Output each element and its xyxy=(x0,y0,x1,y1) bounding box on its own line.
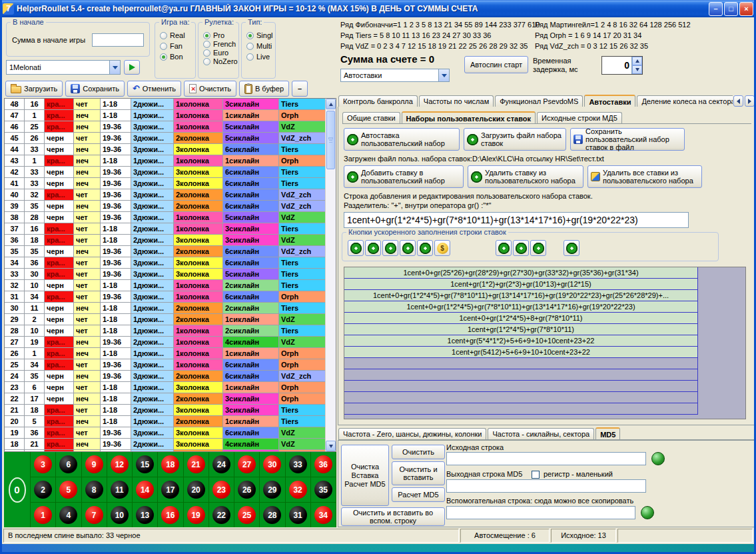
run-preset-button[interactable] xyxy=(124,60,140,75)
quick-fill-button[interactable] xyxy=(564,240,579,256)
table-row[interactable]: 2810чернчет1-181дюжи...1колонка2сиклайнT… xyxy=(5,325,326,337)
md5-source-input[interactable] xyxy=(446,452,646,465)
table-row[interactable]: 236чернчет1-181дюжи...3колонка1сиклайнOr… xyxy=(5,382,326,393)
board-cell-24[interactable]: 24 xyxy=(209,452,234,477)
board-cell-6[interactable]: 6 xyxy=(56,452,81,477)
bet-string-row[interactable]: 1cent+gr(1*2*4*5)+gr(7*8*10*11) xyxy=(344,324,697,335)
bet-string-row[interactable] xyxy=(344,369,697,381)
quick-fill-button[interactable] xyxy=(513,240,529,256)
bet-string-row[interactable]: 1cent+gr(5412)+5+6+9+10+10cent+23+22 xyxy=(344,347,697,358)
bet-string-row[interactable] xyxy=(344,358,697,369)
tab-scroll-right-button[interactable] xyxy=(745,95,755,107)
md5-aux-input[interactable] xyxy=(446,506,635,519)
quick-fill-button[interactable]: $ xyxy=(434,240,450,256)
table-row[interactable]: 3828чернчет19-363дюжи...1колонка5сиклайн… xyxy=(5,212,326,223)
autobets-select[interactable]: Автоставки xyxy=(340,69,450,82)
tab-частоты-по-числам[interactable]: Частоты по числам xyxy=(419,95,494,107)
table-row[interactable]: 261кра...неч1-181дюжи...1колонка1сиклайн… xyxy=(5,348,326,359)
table-row[interactable]: 3210чернчет1-181дюжи...1колонка2сиклайнT… xyxy=(5,280,326,291)
save-bet-file-button[interactable]: Сохранить пользовательский набор ставок … xyxy=(570,128,685,151)
board-cell-10[interactable]: 10 xyxy=(107,503,133,527)
spin-down-button[interactable] xyxy=(632,65,642,74)
md5-clear-button[interactable]: Очистить xyxy=(392,445,445,459)
delete-bet-button[interactable]: Удалить ставку из пользовательского набо… xyxy=(468,165,583,188)
board-cell-32[interactable]: 32 xyxy=(286,477,311,502)
board-cell-27[interactable]: 27 xyxy=(234,452,260,477)
table-row[interactable]: 2217черннеч1-182дюжи...2колонка3сиклайнO… xyxy=(5,393,326,405)
board-cell-22[interactable]: 22 xyxy=(209,503,234,527)
scroll-up-button[interactable] xyxy=(326,99,336,109)
md5-source-action-button[interactable] xyxy=(651,452,665,465)
board-cell-13[interactable]: 13 xyxy=(133,503,158,527)
board-cell-30[interactable]: 30 xyxy=(260,452,285,477)
quick-fill-button[interactable] xyxy=(382,240,398,256)
table-row[interactable]: 3618кра...чет1-182дюжи...3колонка3сиклай… xyxy=(5,235,326,246)
table-row[interactable]: 205кра...неч1-181дюжи...2колонка1сиклайн… xyxy=(5,416,326,427)
add-bet-button[interactable]: Добавить ставку в пользовательский набор xyxy=(344,165,464,188)
subtab-исходные-строки-мд5[interactable]: Исходные строки МД5 xyxy=(537,112,622,123)
table-row[interactable]: 4526чернчет19-363дюжи...2колонка5сиклайн… xyxy=(5,133,326,144)
bet-string-row[interactable]: 1cent+0+gr(1*2*4*5)+gr(7*8*10*11)+gr(13*… xyxy=(344,290,697,301)
game-group-option-bon[interactable]: Bon xyxy=(160,53,192,61)
quick-fill-button[interactable] xyxy=(400,240,416,256)
bet-string-row[interactable] xyxy=(344,381,697,392)
tab-контроль-банкролла[interactable]: Контроль банкролла xyxy=(338,95,418,107)
board-cell-29[interactable]: 29 xyxy=(260,477,285,502)
board-cell-11[interactable]: 11 xyxy=(107,477,133,502)
board-cell-4[interactable]: 4 xyxy=(56,503,81,527)
table-row[interactable]: 1936кра...чет19-363дюжи...3колонка6сикла… xyxy=(5,427,326,439)
toolbar-button-buffer[interactable]: В буфер xyxy=(239,81,289,97)
board-cell-12[interactable]: 12 xyxy=(107,452,133,477)
scroll-down-button[interactable] xyxy=(326,441,336,451)
table-row[interactable]: 4625кра...неч19-363дюжи...1колонка5сикла… xyxy=(5,121,326,133)
wheel-group-option-pro[interactable]: Pro xyxy=(203,31,236,39)
md5-clear-and-paste-button[interactable]: Очистить и вставить xyxy=(392,461,445,485)
board-cell-zero[interactable]: 0 xyxy=(4,452,31,527)
board-cell-5[interactable]: 5 xyxy=(56,477,81,502)
start-sum-input[interactable] xyxy=(92,33,144,47)
wheel-group-option-french[interactable]: French xyxy=(203,40,236,48)
board-cell-17[interactable]: 17 xyxy=(158,477,183,502)
game-group-option-real[interactable]: Real xyxy=(160,31,192,39)
toolbar-button-save[interactable]: Сохранить xyxy=(65,81,125,97)
table-row[interactable]: 4133черннеч19-363дюжи...3колонка6сиклайн… xyxy=(5,178,326,189)
board-cell-21[interactable]: 21 xyxy=(184,452,209,477)
tab-функционал-psevdoms[interactable]: Функционал PsevdoMS xyxy=(495,95,583,107)
board-cell-3[interactable]: 3 xyxy=(31,452,56,477)
board-cell-8[interactable]: 8 xyxy=(82,477,107,502)
bet-string-row[interactable] xyxy=(344,403,697,415)
tab-scroll-left-button[interactable] xyxy=(733,95,743,107)
board-cell-23[interactable]: 23 xyxy=(209,477,234,502)
quick-fill-button[interactable] xyxy=(348,240,364,256)
autobet-user-set-button[interactable]: Автоставка пользовательский набор xyxy=(344,128,460,151)
board-cell-16[interactable]: 16 xyxy=(158,503,183,527)
tab-деление-колеса-на-сектора[interactable]: Деление колеса на сектора xyxy=(637,95,733,107)
quick-fill-button[interactable] xyxy=(496,240,512,256)
chevron-down-icon[interactable] xyxy=(109,61,120,74)
board-cell-7[interactable]: 7 xyxy=(82,503,107,527)
table-row[interactable]: 4032кра...чет19-363дюжи...2колонка6сикла… xyxy=(5,189,326,201)
subtab-наборы-пользовательских-ставок[interactable]: Наборы пользовательских ставок xyxy=(402,111,536,124)
table-row[interactable]: 3134кра...чет19-363дюжи...1колонка6сикла… xyxy=(5,291,326,303)
subtab-общие-ставки[interactable]: Общие ставки xyxy=(342,112,400,123)
tab-частота-zero-шансы-дюжины-колонки[interactable]: Частота - Zero, шансы, дюжины, колонки xyxy=(338,428,486,439)
table-row[interactable]: 4233черннеч19-363дюжи...3колонка6сиклайн… xyxy=(5,167,326,178)
spin-up-button[interactable] xyxy=(632,57,642,65)
board-cell-33[interactable]: 33 xyxy=(286,452,311,477)
board-cell-35[interactable]: 35 xyxy=(311,477,336,502)
autospin-start-button[interactable]: Автоспин старт xyxy=(464,56,528,73)
table-row[interactable]: 3330кра...чет19-363дюжи...3колонка5сикла… xyxy=(5,269,326,280)
lowercase-checkbox[interactable] xyxy=(532,471,540,479)
table-scrollbar[interactable] xyxy=(325,99,336,451)
tab-автоставки[interactable]: Автоставки xyxy=(584,95,635,107)
board-cell-2[interactable]: 2 xyxy=(31,477,56,502)
toolbar-button-collapse[interactable]: – xyxy=(292,81,308,97)
md5-calc-button[interactable]: Расчет MD5 xyxy=(392,487,445,502)
md5-aux-action-button[interactable] xyxy=(641,506,654,519)
wheel-group-option-nozero[interactable]: NoZero xyxy=(203,57,236,65)
tab-частота-сиклайны-сектора[interactable]: Частота - сиклайны, сектора xyxy=(488,428,594,439)
table-row[interactable]: 3935черннеч19-363дюжи...2колонка6сиклайн… xyxy=(5,201,326,212)
board-cell-26[interactable]: 26 xyxy=(234,477,260,502)
table-row[interactable]: 3436кра...чет19-363дюжи...3колонка6сикла… xyxy=(5,257,326,269)
game-group-option-fan[interactable]: Fan xyxy=(160,42,192,50)
